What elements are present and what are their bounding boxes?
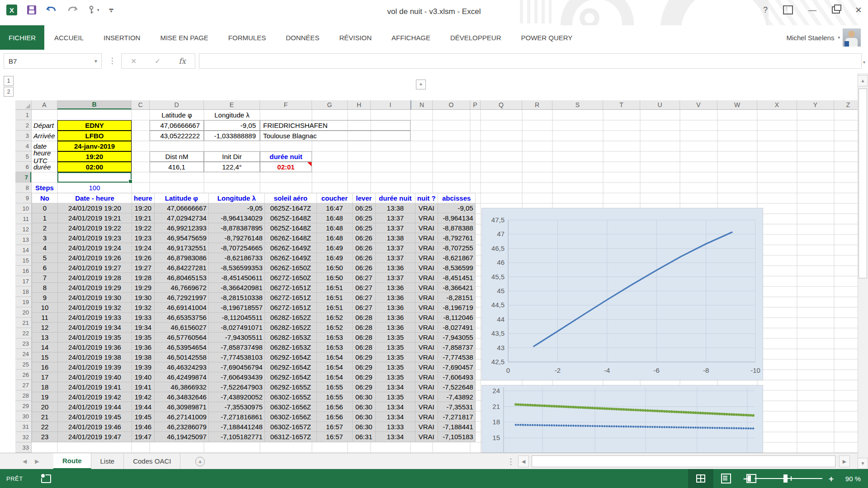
table-header-6[interactable]: soleil aéro bbox=[264, 193, 316, 203]
table-header-9[interactable]: durée nuit bbox=[375, 193, 415, 203]
table-cell[interactable]: 06:25 bbox=[352, 203, 375, 213]
table-cell[interactable]: 16:47 bbox=[316, 203, 352, 213]
table-cell[interactable]: 24/01/2019 19:33 bbox=[58, 313, 132, 323]
column-header-Z[interactable]: Z bbox=[834, 100, 858, 109]
table-cell[interactable]: 19:24 bbox=[132, 243, 155, 253]
table-cell[interactable]: 16:55 bbox=[316, 382, 352, 392]
table-cell[interactable]: 13:35 bbox=[375, 392, 415, 402]
table-cell[interactable]: 06:27 bbox=[352, 293, 375, 303]
table-cell[interactable]: -7,271816861 bbox=[208, 412, 264, 422]
info-label-5[interactable]: durée bbox=[33, 162, 57, 172]
table-cell[interactable]: 2 bbox=[32, 223, 58, 233]
table-cell[interactable]: -8,792761 bbox=[438, 233, 475, 243]
row-header-33[interactable]: 33 bbox=[15, 442, 31, 453]
table-cell[interactable]: VRAI bbox=[415, 422, 438, 432]
table-cell[interactable]: 24/01/2019 19:38 bbox=[58, 352, 132, 362]
table-cell[interactable]: 0627Z-1650Z bbox=[264, 273, 316, 283]
table-cell[interactable]: 13:34 bbox=[375, 412, 415, 422]
avatar[interactable] bbox=[843, 28, 861, 47]
table-cell[interactable]: 16:51 bbox=[316, 293, 352, 303]
table-cell[interactable]: 0628Z-1652Z bbox=[264, 313, 316, 323]
table-cell[interactable]: 24/01/2019 19:24 bbox=[58, 243, 132, 253]
table-cell[interactable]: 16:53 bbox=[316, 333, 352, 343]
table-cell[interactable]: 06:27 bbox=[352, 273, 375, 283]
table-cell[interactable]: 19:47 bbox=[132, 432, 155, 442]
column-header-P[interactable]: P bbox=[470, 100, 481, 109]
table-cell[interactable]: VRAI bbox=[415, 233, 438, 243]
tab-mise-en-page[interactable]: MISE EN PAGE bbox=[160, 34, 208, 42]
route-value-3[interactable]: 02:01 bbox=[260, 162, 312, 172]
table-cell[interactable]: 19:39 bbox=[132, 362, 155, 372]
table-cell[interactable]: 16:48 bbox=[316, 223, 352, 233]
table-cell[interactable]: 24/01/2019 19:34 bbox=[58, 323, 132, 333]
table-cell[interactable]: -8,878387895 bbox=[208, 223, 264, 233]
table-cell[interactable]: -7,271817 bbox=[438, 412, 475, 422]
tab-donn-es[interactable]: DONNÉES bbox=[286, 34, 319, 42]
table-cell[interactable]: 24/01/2019 19:21 bbox=[58, 213, 132, 223]
outline-level-1-button[interactable]: 1 bbox=[4, 76, 14, 86]
table-cell[interactable]: 47,06666667 bbox=[154, 203, 208, 213]
table-cell[interactable]: 24/01/2019 19:47 bbox=[58, 432, 132, 442]
coords-lon-1[interactable]: -9,05 bbox=[204, 120, 260, 131]
tab-power-query[interactable]: POWER QUERY bbox=[521, 34, 572, 42]
table-cell[interactable]: 06:28 bbox=[352, 343, 375, 352]
table-cell[interactable]: -8,027491 bbox=[438, 323, 475, 333]
table-cell[interactable]: 19:21 bbox=[132, 213, 155, 223]
info-value-2[interactable]: LFBO bbox=[57, 131, 132, 141]
table-header-11[interactable]: abcisses bbox=[438, 193, 475, 203]
table-cell[interactable]: 06:29 bbox=[352, 362, 375, 372]
table-cell[interactable]: VRAI bbox=[415, 263, 438, 273]
table-cell[interactable]: 16:48 bbox=[316, 213, 352, 223]
table-cell[interactable]: 13:37 bbox=[375, 243, 415, 253]
table-header-10[interactable]: nuit ? bbox=[415, 193, 438, 203]
table-cell[interactable]: 19:33 bbox=[132, 313, 155, 323]
table-cell[interactable]: 24/01/2019 19:35 bbox=[58, 333, 132, 343]
table-cell[interactable]: 19:27 bbox=[132, 263, 155, 273]
table-cell[interactable]: 0629Z-1654Z bbox=[264, 352, 316, 362]
table-cell[interactable]: -8,196719 bbox=[438, 303, 475, 313]
table-cell[interactable]: -8,451451 bbox=[438, 273, 475, 283]
table-cell[interactable]: 3 bbox=[32, 233, 58, 243]
row-header-31[interactable]: 31 bbox=[15, 422, 31, 432]
table-cell[interactable]: -9,05 bbox=[208, 203, 264, 213]
column-header-D[interactable]: D bbox=[150, 100, 204, 109]
table-cell[interactable]: 0628Z-1653Z bbox=[264, 343, 316, 352]
select-all-corner[interactable] bbox=[15, 100, 32, 110]
table-cell[interactable]: 24/01/2019 19:45 bbox=[58, 412, 132, 422]
table-header-3[interactable]: heure bbox=[132, 193, 155, 203]
table-cell[interactable]: -7,774538 bbox=[438, 352, 475, 362]
tab-accueil[interactable]: ACCUEIL bbox=[54, 34, 84, 42]
row-header-9[interactable]: 9 bbox=[15, 193, 31, 203]
table-cell[interactable]: 7 bbox=[32, 273, 58, 283]
table-cell[interactable]: -8,027491071 bbox=[208, 323, 264, 333]
table-cell[interactable]: 0627Z-1651Z bbox=[264, 303, 316, 313]
table-cell[interactable]: 06:26 bbox=[352, 243, 375, 253]
table-cell[interactable]: 19 bbox=[32, 392, 58, 402]
row-header-32[interactable]: 32 bbox=[15, 432, 31, 442]
table-cell[interactable]: -7,94305511 bbox=[208, 333, 264, 343]
table-cell[interactable]: -8,964134 bbox=[438, 213, 475, 223]
row-header-20[interactable]: 20 bbox=[15, 307, 31, 318]
table-cell[interactable]: VRAI bbox=[415, 243, 438, 253]
row-header-24[interactable]: 24 bbox=[15, 349, 31, 359]
table-cell[interactable]: 46,99212393 bbox=[154, 223, 208, 233]
table-cell[interactable]: VRAI bbox=[415, 352, 438, 362]
row-header-17[interactable]: 17 bbox=[15, 276, 31, 286]
column-header-C[interactable]: C bbox=[132, 100, 150, 109]
minimize-button[interactable]: — bbox=[808, 6, 816, 14]
table-cell[interactable]: VRAI bbox=[415, 313, 438, 323]
tab-affichage[interactable]: AFFICHAGE bbox=[392, 34, 430, 42]
table-cell[interactable]: 19:44 bbox=[132, 402, 155, 412]
table-cell[interactable]: -7,105182771 bbox=[208, 432, 264, 442]
table-cell[interactable]: 24/01/2019 19:44 bbox=[58, 402, 132, 412]
coords-header-longitude[interactable]: Longitude λ bbox=[204, 110, 260, 120]
table-cell[interactable]: -8,878388 bbox=[438, 223, 475, 233]
row-header-15[interactable]: 15 bbox=[15, 255, 31, 266]
table-cell[interactable]: -8,28151 bbox=[438, 293, 475, 303]
sheet-tab-route[interactable]: Route bbox=[53, 453, 91, 469]
table-cell[interactable]: -8,79276148 bbox=[208, 233, 264, 243]
table-cell[interactable]: 46,69141004 bbox=[154, 303, 208, 313]
table-cell[interactable]: 46,27141009 bbox=[154, 412, 208, 422]
table-cell[interactable]: 47,02942734 bbox=[154, 213, 208, 223]
column-header-F[interactable]: F bbox=[260, 100, 312, 109]
